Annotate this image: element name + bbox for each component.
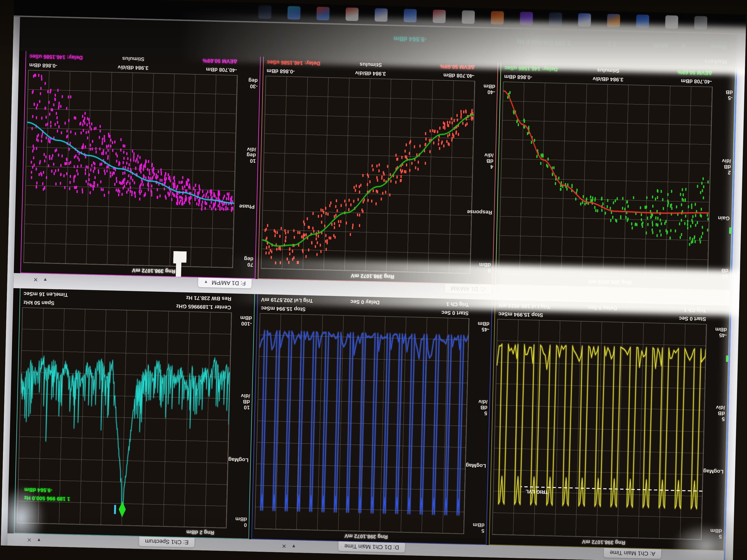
panel-am-am-response[interactable]: Rng 398.1072 mV 0dBm Response 4dB/div -4…: [258, 55, 498, 285]
splitter-handle[interactable]: [729, 228, 732, 234]
spectrum-plot[interactable]: 1 189 996 500.0 Hz -9.564 dBm: [17, 308, 232, 528]
trace-format-label: LogMag: [229, 457, 249, 463]
trace-format-label: LogMag: [704, 469, 724, 475]
range-label: Rng 398.1072 mV: [588, 278, 632, 286]
doc-red-icon[interactable]: [345, 7, 359, 21]
browser-sphere-icon[interactable]: [433, 9, 446, 23]
marker-number: 1 1: [608, 39, 617, 48]
panel-d1-ch1-main-time[interactable]: Rng 398.1072 mV 5dBm LogMag 5dB/div -45d…: [251, 293, 492, 545]
tab-d1-am-pm[interactable]: F: D1 AM/PM▼: [198, 277, 252, 289]
dark-doc-icon[interactable]: [258, 5, 272, 19]
marker-trace-label: Trace: [711, 42, 727, 50]
trace-format-label: LogMag: [467, 462, 486, 469]
remote-grid-icon[interactable]: [462, 10, 475, 24]
window-buttons[interactable]: ▾✕: [27, 275, 47, 283]
marker-frequency-readout: 1 189 996 500.0 Hz: [24, 495, 70, 502]
tab-d1-ch1-main-time[interactable]: D: D1 Ch1 Main Time: [338, 541, 405, 553]
tab-d1-am-am[interactable]: C: D1 AM/AM: [445, 284, 491, 294]
marker-type-label: MKR: [654, 41, 668, 49]
cloud-app-icon[interactable]: [375, 8, 388, 22]
range-label: Rng 2 dBm: [186, 529, 214, 536]
phase-scatter-plot[interactable]: [23, 70, 237, 268]
markers-title: Markers: [704, 58, 727, 65]
speaker-app-icon[interactable]: [636, 15, 649, 28]
range-label: Rng 398.1072 mV: [351, 273, 394, 280]
trig-level-label: TRIG LVL: [525, 489, 548, 495]
trace-format-label: Gain: [711, 215, 730, 221]
yellow-pulse-plot[interactable]: TRIG LVL: [492, 319, 707, 540]
trace-format-label: Response: [473, 209, 492, 215]
matlab-icon[interactable]: [491, 11, 504, 25]
trace-format-label: Phase: [235, 203, 255, 210]
marker-level: -9.564 dBm: [393, 34, 427, 43]
blue-gem-icon[interactable]: [404, 9, 417, 22]
panel-gain[interactable]: Rng 398.1072 mV 15dB Gain 2dB/div -5dB -…: [495, 61, 736, 291]
marker-frequency: 1 189 996 500.0 Hz: [517, 37, 571, 47]
chevron-down-icon[interactable]: ▼: [204, 279, 208, 284]
task-view-icon[interactable]: [665, 15, 678, 29]
visual-studio-icon[interactable]: [520, 12, 533, 25]
monitor-screen: A: Ch1 Main Time D: D1 Ch1 Main Time ▾✕ …: [1, 0, 746, 560]
panel-am-pm-phase[interactable]: Rng 398.1072 mV 70deg Phase 10deg/div -3…: [20, 50, 261, 279]
window-buttons[interactable]: ▾✕: [21, 535, 40, 543]
simulink-doc-icon[interactable]: [316, 7, 330, 20]
marker-level-readout: -9.564 dBm: [24, 486, 52, 494]
range-label: Rng 398.1072 mV: [344, 533, 388, 540]
marker-trace-value: E: [681, 42, 685, 49]
tab-ch1-main-time-a[interactable]: A: Ch1 Main Time: [604, 548, 662, 559]
panel-ch1-main-time-a[interactable]: Rng 398.1072 mV 5dBm LogMag 5dB/div -45d…: [489, 298, 730, 551]
gain-scatter-plot[interactable]: [498, 82, 713, 280]
range-label: Rng 398.1072 mV: [582, 539, 625, 546]
firefox-icon[interactable]: [607, 14, 620, 27]
edge-sphere-icon[interactable]: [578, 13, 591, 27]
window-buttons[interactable]: ▾✕: [276, 541, 295, 550]
tab-ch1-spectrum[interactable]: E: Ch1 Spectrum: [139, 536, 195, 548]
splitter-handle[interactable]: [726, 355, 729, 362]
panel-ch1-spectrum[interactable]: Rng 2 dBm 0dBm LogMag 10dB/div -100dBm 1…: [14, 287, 255, 539]
dark-app-icon[interactable]: [549, 12, 562, 26]
pen-tool-icon[interactable]: [694, 16, 707, 29]
blue-pulse-plot[interactable]: [255, 313, 469, 534]
response-scatter-plot[interactable]: [261, 76, 475, 274]
range-label: Rng 398.1072 mV: [132, 267, 176, 274]
simulink-doc2-icon[interactable]: [287, 6, 301, 20]
